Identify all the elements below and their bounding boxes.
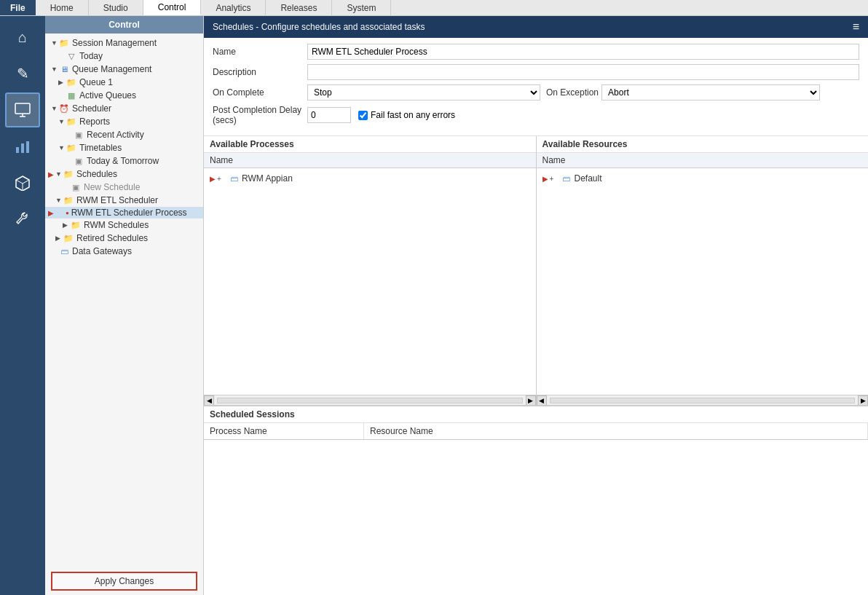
dot-icon-rwm-process: ● — [66, 210, 69, 216]
filter-icon-today: ▽ — [66, 50, 77, 62]
apply-changes-button[interactable]: Apply Changes — [51, 572, 197, 591]
tree-schedules[interactable]: ▶ ▼ 📁 Schedules — [45, 168, 203, 181]
expand-default[interactable]: + — [550, 175, 559, 183]
folder-icon-timetables: 📁 — [66, 142, 77, 154]
folder-icon-session: 📁 — [58, 37, 70, 49]
studio-sidebar-icon[interactable]: ✎ — [5, 56, 40, 91]
toggle-schedules[interactable]: ▼ — [55, 170, 63, 178]
processes-scroll-track[interactable] — [217, 398, 523, 403]
toggle-retired[interactable]: ▶ — [55, 235, 63, 242]
resource-node-default[interactable]: ▶ + 🗃 Default — [542, 171, 863, 186]
processes-panel-body[interactable]: ▶ + 🗃 RWM Appian — [204, 168, 536, 395]
tree-session-management[interactable]: ▼ 📁 Session Management — [45, 36, 203, 50]
tree-label-timetables: Timetables — [79, 143, 122, 153]
description-label: Description — [213, 67, 307, 77]
tree-retired-schedules[interactable]: ▶ 📁 Retired Schedules — [45, 232, 203, 245]
description-input[interactable] — [307, 64, 859, 80]
monitor-svg — [14, 101, 31, 119]
tab-system[interactable]: System — [332, 0, 391, 15]
file-menu-button[interactable]: File — [0, 0, 36, 15]
content-header: Schedules - Configure schedules and asso… — [204, 16, 868, 38]
resources-panel-body[interactable]: ▶ + 🗃 Default — [537, 168, 869, 395]
failfast-checkbox[interactable] — [358, 111, 368, 120]
oncomplete-select[interactable]: Stop Continue Restart — [307, 84, 540, 101]
toggle-reports[interactable]: ▼ — [58, 118, 66, 125]
tree-today[interactable]: ▽ Today — [45, 50, 203, 63]
tree-label-reports: Reports — [79, 117, 110, 127]
toggle-rwm-etl[interactable]: ▼ — [55, 197, 63, 204]
top-menubar: File Home Studio Control Analytics Relea… — [0, 0, 868, 16]
tree-container[interactable]: ▼ 📁 Session Management ▽ Today ▼ 🖥 Queue… — [45, 34, 203, 567]
folder-icon-rwm-schedules: 📁 — [70, 219, 82, 231]
analytics-sidebar-icon[interactable] — [5, 129, 40, 164]
tree-label-newschedule: New Schedule — [84, 182, 140, 192]
tree-recent-activity[interactable]: ▣ Recent Activity — [45, 128, 203, 141]
resources-scrollbar[interactable]: ◀ ▶ — [537, 395, 869, 405]
tree-queue1[interactable]: ▶ 📁 Queue 1 — [45, 76, 203, 89]
resources-scroll-track[interactable] — [550, 398, 856, 403]
expand-rwm-appian[interactable]: + — [217, 175, 226, 183]
control-sidebar-icon[interactable] — [5, 92, 40, 127]
tab-releases[interactable]: Releases — [266, 0, 332, 15]
failfast-label: Fail fast on any errors — [371, 110, 455, 120]
folder-icon-rwm-etl: 📁 — [63, 194, 74, 206]
toggle-timetables[interactable]: ▼ — [58, 144, 66, 151]
resources-scroll-right[interactable]: ▶ — [858, 395, 868, 406]
svg-line-8 — [16, 180, 23, 184]
tree-label-scheduler: Scheduler — [72, 103, 111, 114]
tree-label-recent: Recent Activity — [87, 130, 144, 140]
tree-label-queue1: Queue 1 — [79, 77, 113, 87]
svg-rect-5 — [26, 141, 29, 153]
toggle-scheduler[interactable]: ▼ — [51, 105, 58, 112]
tree-rwm-schedules[interactable]: ▶ 📁 RWM Schedules — [45, 218, 203, 232]
toggle-queue[interactable]: ▼ — [51, 66, 58, 73]
sessions-col-process: Process Name — [204, 423, 364, 439]
tree-new-schedule[interactable]: ▣ New Schedule — [45, 181, 203, 194]
tab-analytics[interactable]: Analytics — [201, 0, 266, 15]
hamburger-menu-icon[interactable]: ≡ — [853, 20, 859, 34]
processes-scroll-right[interactable]: ▶ — [526, 395, 536, 406]
sessions-table: Process Name Resource Name — [204, 423, 868, 595]
tree-scheduler[interactable]: ▼ ⏰ Scheduler — [45, 102, 203, 115]
tree-label-today: Today — [79, 51, 103, 61]
resources-scroll-left[interactable]: ◀ — [537, 395, 547, 406]
processes-col-name: Name — [210, 155, 233, 165]
packages-sidebar-icon[interactable] — [5, 165, 40, 200]
tree-label-retired: Retired Schedules — [76, 233, 148, 243]
tree-queue-mgmt[interactable]: ▼ 🖥 Queue Management — [45, 63, 203, 76]
tree-today-tomorrow[interactable]: ▣ Today & Tomorrow — [45, 154, 203, 168]
arrow-default: ▶ — [542, 175, 548, 183]
processes-scroll-left[interactable]: ◀ — [204, 395, 214, 406]
tree-rwm-etl-process[interactable]: ▶ ● RWM ETL Scheduler Process — [45, 207, 203, 218]
tab-studio[interactable]: Studio — [89, 0, 143, 15]
form-row-name: Name — [213, 44, 859, 60]
tree-timetables[interactable]: ▼ 📁 Timetables — [45, 141, 203, 154]
onexception-select[interactable]: Abort Continue Retry — [601, 84, 820, 101]
postdelay-input[interactable] — [307, 107, 351, 123]
tree-label-active-queues: Active Queues — [79, 90, 136, 101]
available-resources-panel: Available Resources Name ▶ + 🗃 Default — [537, 136, 869, 405]
home-sidebar-icon[interactable]: ⌂ — [5, 20, 40, 55]
clock-icon-scheduler: ⏰ — [58, 103, 70, 114]
tree-label-session: Session Management — [72, 38, 157, 48]
tab-home[interactable]: Home — [36, 0, 89, 15]
resources-col-header: Name — [537, 153, 869, 168]
process-node-rwm-appian[interactable]: ▶ + 🗃 RWM Appian — [210, 171, 530, 186]
server-icon-queue: 🖥 — [58, 63, 70, 75]
toggle-session[interactable]: ▼ — [51, 39, 58, 47]
tree-data-gateways[interactable]: 🗃 Data Gateways — [45, 245, 203, 258]
tree-label-rwm-process: RWM ETL Scheduler Process — [71, 208, 187, 218]
arrow-rwm-appian: ▶ — [210, 175, 216, 183]
toggle-rwm-schedules[interactable]: ▶ — [63, 221, 70, 229]
tree-label-datagw: Data Gateways — [72, 246, 132, 256]
tab-control[interactable]: Control — [143, 0, 202, 15]
processes-scrollbar[interactable]: ◀ ▶ — [204, 395, 536, 405]
onexception-label: On Exception — [546, 87, 599, 98]
tree-rwm-etl-scheduler[interactable]: ▼ 📁 RWM ETL Scheduler — [45, 194, 203, 207]
tree-label-todaytomorrow: Today & Tomorrow — [87, 156, 159, 166]
tools-sidebar-icon[interactable] — [5, 202, 40, 237]
tree-reports[interactable]: ▼ 📁 Reports — [45, 115, 203, 128]
name-input[interactable] — [307, 44, 859, 60]
item-icon-recent: ▣ — [73, 129, 84, 141]
tree-active-queues[interactable]: ▦ Active Queues — [45, 89, 203, 102]
